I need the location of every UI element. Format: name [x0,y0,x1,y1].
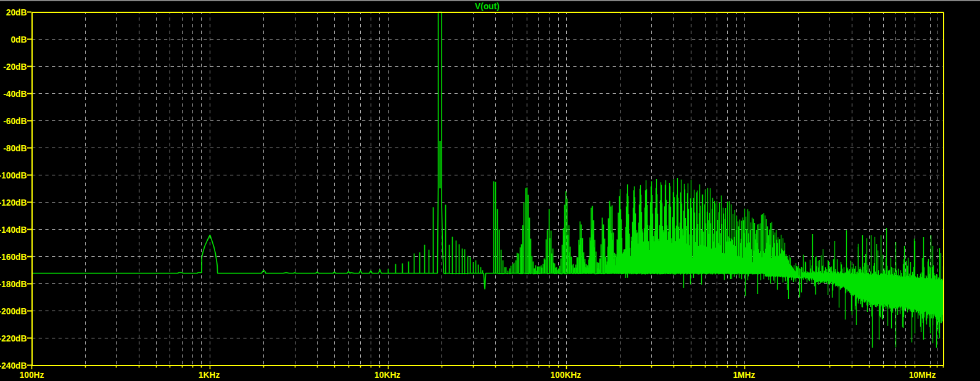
svg-text:-160dB: -160dB [0,253,27,262]
svg-text:1MHz: 1MHz [733,371,755,380]
svg-text:20dB: 20dB [6,8,27,17]
svg-text:-40dB: -40dB [3,90,27,99]
svg-text:0dB: 0dB [10,35,27,44]
svg-text:100KHz: 100KHz [550,371,581,380]
svg-text:V(out): V(out) [475,2,500,11]
svg-text:10KHz: 10KHz [374,371,400,380]
svg-text:-80dB: -80dB [3,144,27,153]
svg-text:-200dB: -200dB [0,307,27,316]
svg-text:-20dB: -20dB [3,62,27,72]
svg-text:-240dB: -240dB [0,361,27,371]
svg-text:1KHz: 1KHz [199,371,220,380]
svg-text:10MHz: 10MHz [909,371,936,380]
svg-text:-100dB: -100dB [0,171,27,180]
svg-text:-220dB: -220dB [0,334,27,343]
svg-text:-180dB: -180dB [0,280,27,289]
svg-text:-140dB: -140dB [0,225,27,235]
svg-text:-120dB: -120dB [0,198,27,207]
svg-text:-60dB: -60dB [3,117,27,126]
svg-text:100Hz: 100Hz [20,371,44,380]
